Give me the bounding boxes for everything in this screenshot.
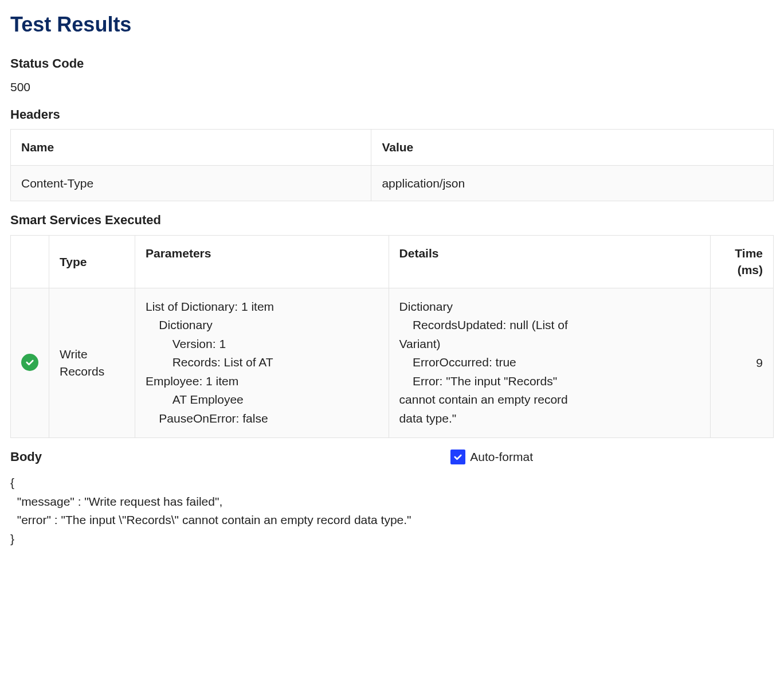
service-details: Dictionary RecordsUpdated: null (List of… — [389, 288, 710, 437]
headers-col-value: Value — [371, 130, 774, 165]
services-table: Type Parameters Details Time (ms) Write … — [10, 235, 774, 438]
header-name: Content-Type — [11, 165, 371, 201]
service-status — [11, 288, 49, 437]
headers-table: Name Value Content-Type application/json — [10, 129, 774, 201]
services-col-type: Type — [49, 235, 135, 288]
details-text: Dictionary RecordsUpdated: null (List of… — [399, 298, 700, 428]
table-row: Write Records List of Dictionary: 1 item… — [11, 288, 774, 437]
status-code-value: 500 — [10, 79, 774, 95]
services-col-params: Parameters — [135, 235, 389, 288]
services-label: Smart Services Executed — [10, 212, 774, 229]
autoformat-label[interactable]: Auto-format — [470, 448, 533, 465]
header-value: application/json — [371, 165, 774, 201]
service-parameters: List of Dictionary: 1 item Dictionary Ve… — [135, 288, 389, 437]
autoformat-checkbox[interactable] — [450, 450, 465, 464]
page-title: Test Results — [10, 10, 774, 39]
status-code-label: Status Code — [10, 55, 774, 73]
table-row: Content-Type application/json — [11, 165, 774, 201]
headers-col-name: Name — [11, 130, 371, 165]
services-col-status — [11, 235, 49, 288]
body-label: Body — [10, 448, 42, 466]
service-time: 9 — [711, 288, 774, 437]
body-content: { "message" : "Write request has failed"… — [10, 474, 774, 548]
services-col-details: Details — [389, 235, 710, 288]
check-circle-icon — [21, 354, 38, 371]
service-type: Write Records — [49, 288, 135, 437]
services-col-time: Time (ms) — [711, 235, 774, 288]
headers-label: Headers — [10, 106, 774, 124]
parameters-text: List of Dictionary: 1 item Dictionary Ve… — [146, 298, 378, 428]
